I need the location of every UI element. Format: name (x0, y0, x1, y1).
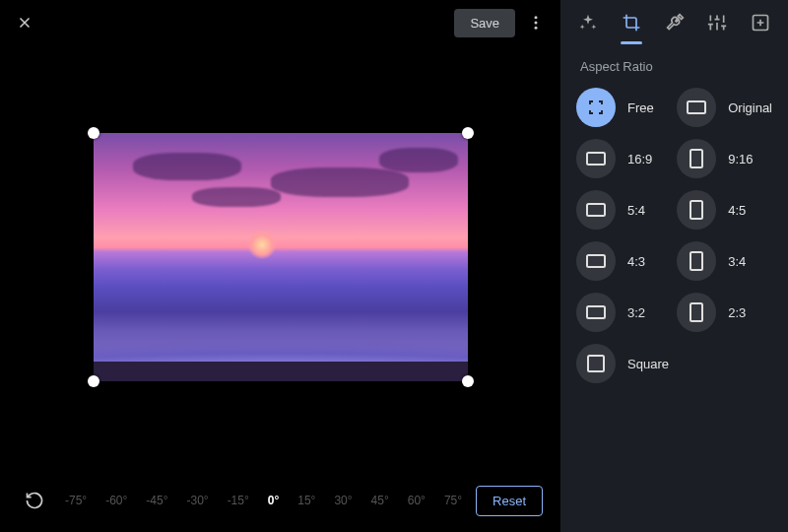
rotation-tick[interactable]: -45° (146, 494, 167, 507)
crop-handle-top-left[interactable] (88, 127, 99, 139)
side-panel: Aspect Ratio FreeOriginal16:99:165:44:54… (560, 0, 788, 532)
rotation-tick[interactable]: 0° (268, 494, 279, 507)
top-bar: Save (0, 0, 560, 45)
aspect-ratio-4-5[interactable]: 4:5 (677, 190, 772, 230)
aspect-ratio-square[interactable]: Square (576, 344, 669, 383)
tab-crop[interactable] (613, 4, 650, 41)
svg-point-1 (535, 22, 538, 25)
rotation-slider[interactable]: -75°-60°-45°-30°-15°0°15°30°45°60°75° (65, 494, 462, 507)
svg-rect-7 (587, 204, 605, 216)
photo-preview (94, 133, 468, 381)
rotation-tick[interactable]: 15° (297, 494, 315, 507)
more-button[interactable] (519, 6, 553, 39)
rotation-tick[interactable]: -60° (105, 494, 127, 507)
aspect-ratio-label: 9:16 (728, 152, 753, 166)
svg-rect-11 (587, 306, 605, 318)
tab-filters[interactable] (742, 4, 779, 41)
tool-tabs (560, 0, 788, 45)
crop-frame[interactable] (94, 133, 468, 381)
aspect-ratio-label: 16:9 (627, 152, 652, 166)
svg-rect-13 (588, 356, 604, 371)
aspect-ratio-icon (677, 88, 716, 127)
aspect-ratio-2-3[interactable]: 2:3 (677, 293, 772, 332)
aspect-ratio-grid: FreeOriginal16:99:165:44:54:33:43:22:3Sq… (560, 84, 788, 399)
aspect-ratio-label: 4:5 (728, 203, 746, 218)
svg-rect-9 (587, 255, 605, 267)
aspect-ratio-icon (677, 190, 716, 230)
aspect-ratio-icon (576, 241, 616, 281)
aspect-ratio-label: 3:2 (627, 305, 645, 320)
svg-rect-6 (690, 150, 702, 167)
rotation-tick[interactable]: -30° (186, 494, 208, 507)
aspect-ratio-icon (677, 293, 716, 332)
aspect-ratio-3-2[interactable]: 3:2 (576, 293, 669, 332)
aspect-ratio-icon (576, 293, 616, 332)
tab-suggestions[interactable] (569, 4, 607, 41)
crop-handle-bottom-left[interactable] (88, 375, 99, 387)
aspect-ratio-label: 4:3 (627, 254, 645, 269)
tab-tools[interactable] (656, 4, 693, 41)
sliders-icon (707, 13, 727, 33)
rotation-tick[interactable]: 60° (408, 494, 426, 507)
svg-rect-8 (690, 201, 702, 219)
svg-rect-5 (587, 153, 605, 165)
aspect-ratio-free[interactable]: Free (576, 88, 669, 127)
aspect-ratio-label: 3:4 (728, 254, 746, 269)
aspect-ratio-label: 5:4 (627, 203, 645, 218)
aspect-ratio-4-3[interactable]: 4:3 (576, 241, 669, 281)
rotation-tick[interactable]: 45° (371, 494, 389, 507)
more-vertical-icon (527, 14, 545, 32)
aspect-ratio-label: 2:3 (728, 305, 746, 320)
add-image-icon (751, 13, 770, 33)
tools-icon (665, 13, 685, 33)
aspect-ratio-label: Original (728, 100, 772, 115)
svg-rect-10 (690, 252, 702, 270)
aspect-ratio-icon (576, 88, 616, 127)
save-button[interactable]: Save (454, 9, 515, 37)
close-icon (16, 14, 33, 32)
aspect-ratio-16-9[interactable]: 16:9 (576, 139, 669, 178)
aspect-ratio-9-16[interactable]: 9:16 (677, 139, 772, 178)
rotate-icon (25, 491, 44, 510)
aspect-ratio-heading: Aspect Ratio (560, 45, 788, 84)
rotate-90-button[interactable] (18, 484, 51, 517)
aspect-ratio-icon (576, 190, 616, 230)
aspect-ratio-icon (576, 344, 616, 383)
bottom-bar: -75°-60°-45°-30°-15°0°15°30°45°60°75° Re… (0, 469, 560, 532)
editor-pane: Save -75°-60°-45°-30°-15°0°15°30°45°60°7… (0, 0, 560, 532)
canvas-area (0, 45, 560, 469)
aspect-ratio-icon (677, 241, 716, 281)
rotation-tick[interactable]: -75° (65, 494, 87, 507)
aspect-ratio-icon (576, 139, 616, 178)
aspect-ratio-original[interactable]: Original (677, 88, 772, 127)
aspect-ratio-label: Free (627, 100, 654, 115)
aspect-ratio-label: Square (627, 357, 669, 371)
rotation-tick[interactable]: 30° (334, 494, 352, 507)
rotation-tick[interactable]: 75° (444, 494, 462, 507)
sparkle-icon (578, 13, 598, 33)
close-button[interactable] (8, 6, 41, 39)
aspect-ratio-5-4[interactable]: 5:4 (576, 190, 669, 230)
svg-point-0 (535, 16, 538, 19)
svg-point-2 (535, 27, 538, 30)
aspect-ratio-3-4[interactable]: 3:4 (677, 241, 772, 281)
aspect-ratio-icon (677, 139, 716, 178)
crop-icon (622, 13, 641, 33)
tab-adjust[interactable] (698, 4, 736, 41)
crop-handle-bottom-right[interactable] (462, 375, 474, 387)
reset-button[interactable]: Reset (476, 486, 543, 516)
svg-rect-4 (688, 101, 705, 113)
svg-rect-12 (690, 303, 702, 321)
rotation-tick[interactable]: -15° (228, 494, 249, 507)
crop-handle-top-right[interactable] (462, 127, 474, 139)
